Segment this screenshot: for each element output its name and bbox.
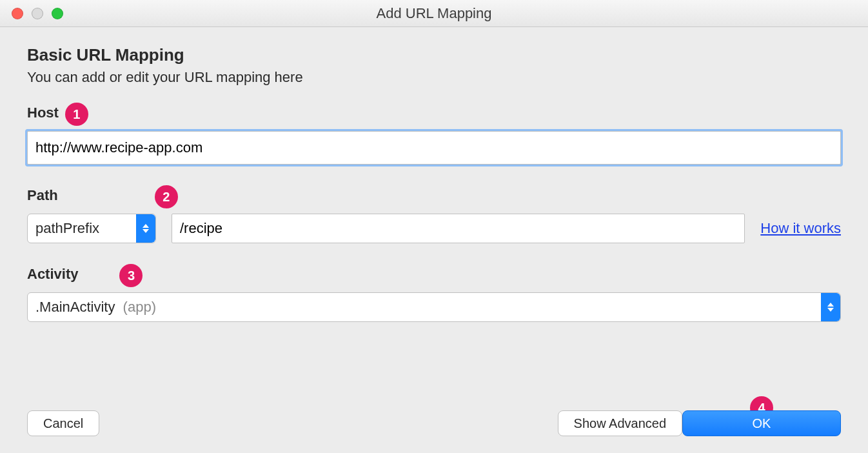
button-row: Cancel Show Advanced 4 OK [27,398,841,453]
activity-selected-name: .MainActivity [35,299,115,315]
window-title: Add URL Mapping [0,5,868,22]
path-type-selected: pathPrefix [35,220,136,237]
chevron-updown-icon [136,214,155,243]
titlebar: Add URL Mapping [0,0,868,27]
activity-select[interactable]: .MainActivity (app) [27,292,841,322]
path-type-select[interactable]: pathPrefix [27,214,156,243]
activity-field-wrap: .MainActivity (app) [27,292,841,322]
section-heading: Basic URL Mapping [27,45,841,65]
path-label: Path 2 [27,184,841,207]
window-controls [0,8,63,19]
host-label-text: Host [27,105,59,121]
chevron-updown-icon [821,293,840,321]
activity-selected: .MainActivity (app) [35,299,821,316]
dialog-content: Basic URL Mapping You can add or edit yo… [0,27,868,453]
ok-button[interactable]: OK [682,410,841,436]
path-input[interactable] [172,214,745,243]
activity-label: Activity 3 [27,263,841,286]
minimize-window-button [32,8,43,19]
path-label-text: Path [27,187,58,204]
host-label: Host 1 [27,101,841,125]
cancel-button[interactable]: Cancel [27,410,99,436]
how-it-works-link[interactable]: How it works [760,220,841,237]
host-field-wrap [27,131,841,165]
section-subheading: You can add or edit your URL mapping her… [27,69,841,86]
activity-label-text: Activity [27,266,78,283]
callout-badge-3: 3 [119,264,143,287]
host-input[interactable] [27,131,841,165]
show-advanced-button[interactable]: Show Advanced [558,410,682,436]
zoom-window-button[interactable] [52,8,63,19]
callout-badge-2: 2 [155,185,178,208]
path-row: pathPrefix How it works [27,214,841,243]
activity-selected-scope: (app) [123,299,156,315]
close-window-button[interactable] [12,8,23,19]
callout-badge-1: 1 [65,103,88,126]
